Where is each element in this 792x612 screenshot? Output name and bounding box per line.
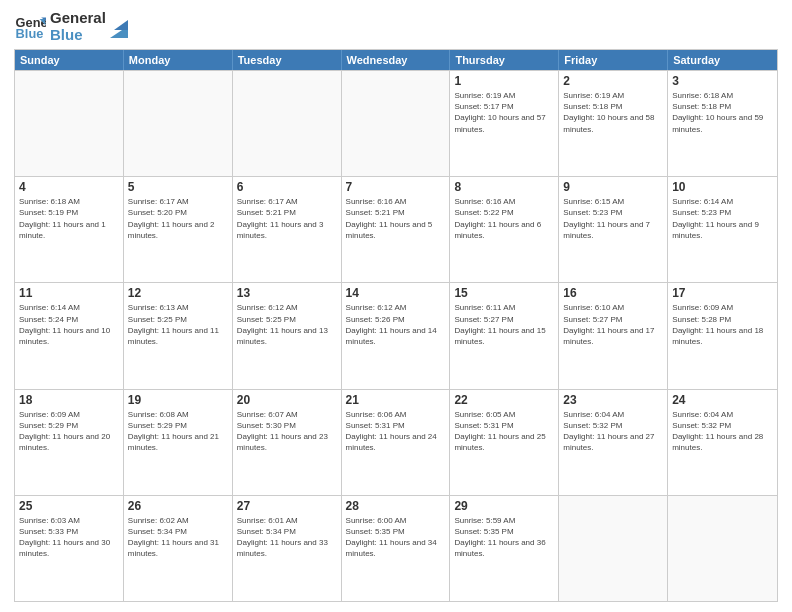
day-number: 13 bbox=[237, 286, 337, 300]
week-row-1: 1Sunrise: 6:19 AMSunset: 5:17 PMDaylight… bbox=[15, 70, 777, 176]
week-row-5: 25Sunrise: 6:03 AMSunset: 5:33 PMDayligh… bbox=[15, 495, 777, 601]
day-info: Sunrise: 6:16 AMSunset: 5:21 PMDaylight:… bbox=[346, 196, 446, 241]
svg-marker-5 bbox=[114, 20, 128, 30]
calendar-cell-w3-d5: 15Sunrise: 6:11 AMSunset: 5:27 PMDayligh… bbox=[450, 283, 559, 388]
day-info: Sunrise: 6:19 AMSunset: 5:18 PMDaylight:… bbox=[563, 90, 663, 135]
day-info: Sunrise: 6:06 AMSunset: 5:31 PMDaylight:… bbox=[346, 409, 446, 454]
calendar-cell-w1-d1 bbox=[15, 71, 124, 176]
day-info: Sunrise: 6:16 AMSunset: 5:22 PMDaylight:… bbox=[454, 196, 554, 241]
day-info: Sunrise: 6:04 AMSunset: 5:32 PMDaylight:… bbox=[672, 409, 773, 454]
day-info: Sunrise: 6:09 AMSunset: 5:28 PMDaylight:… bbox=[672, 302, 773, 347]
day-number: 7 bbox=[346, 180, 446, 194]
calendar-cell-w1-d7: 3Sunrise: 6:18 AMSunset: 5:18 PMDaylight… bbox=[668, 71, 777, 176]
header-thursday: Thursday bbox=[450, 50, 559, 70]
calendar-cell-w1-d2 bbox=[124, 71, 233, 176]
day-info: Sunrise: 6:09 AMSunset: 5:29 PMDaylight:… bbox=[19, 409, 119, 454]
day-number: 11 bbox=[19, 286, 119, 300]
calendar-cell-w4-d6: 23Sunrise: 6:04 AMSunset: 5:32 PMDayligh… bbox=[559, 390, 668, 495]
day-info: Sunrise: 6:02 AMSunset: 5:34 PMDaylight:… bbox=[128, 515, 228, 560]
day-info: Sunrise: 6:07 AMSunset: 5:30 PMDaylight:… bbox=[237, 409, 337, 454]
calendar-cell-w4-d4: 21Sunrise: 6:06 AMSunset: 5:31 PMDayligh… bbox=[342, 390, 451, 495]
calendar-cell-w4-d1: 18Sunrise: 6:09 AMSunset: 5:29 PMDayligh… bbox=[15, 390, 124, 495]
calendar-cell-w1-d5: 1Sunrise: 6:19 AMSunset: 5:17 PMDaylight… bbox=[450, 71, 559, 176]
calendar-cell-w3-d4: 14Sunrise: 6:12 AMSunset: 5:26 PMDayligh… bbox=[342, 283, 451, 388]
calendar-header: Sunday Monday Tuesday Wednesday Thursday… bbox=[15, 50, 777, 70]
day-number: 1 bbox=[454, 74, 554, 88]
calendar-cell-w2-d1: 4Sunrise: 6:18 AMSunset: 5:19 PMDaylight… bbox=[15, 177, 124, 282]
day-info: Sunrise: 6:15 AMSunset: 5:23 PMDaylight:… bbox=[563, 196, 663, 241]
day-number: 19 bbox=[128, 393, 228, 407]
logo-triangle-icon bbox=[110, 16, 128, 38]
day-number: 22 bbox=[454, 393, 554, 407]
calendar-cell-w2-d6: 9Sunrise: 6:15 AMSunset: 5:23 PMDaylight… bbox=[559, 177, 668, 282]
calendar-cell-w2-d7: 10Sunrise: 6:14 AMSunset: 5:23 PMDayligh… bbox=[668, 177, 777, 282]
day-number: 25 bbox=[19, 499, 119, 513]
calendar-cell-w5-d6 bbox=[559, 496, 668, 601]
calendar-cell-w5-d5: 29Sunrise: 5:59 AMSunset: 5:35 PMDayligh… bbox=[450, 496, 559, 601]
calendar-cell-w5-d3: 27Sunrise: 6:01 AMSunset: 5:34 PMDayligh… bbox=[233, 496, 342, 601]
day-info: Sunrise: 6:03 AMSunset: 5:33 PMDaylight:… bbox=[19, 515, 119, 560]
calendar-cell-w4-d5: 22Sunrise: 6:05 AMSunset: 5:31 PMDayligh… bbox=[450, 390, 559, 495]
calendar-cell-w3-d1: 11Sunrise: 6:14 AMSunset: 5:24 PMDayligh… bbox=[15, 283, 124, 388]
day-info: Sunrise: 6:17 AMSunset: 5:21 PMDaylight:… bbox=[237, 196, 337, 241]
day-info: Sunrise: 6:13 AMSunset: 5:25 PMDaylight:… bbox=[128, 302, 228, 347]
day-info: Sunrise: 6:10 AMSunset: 5:27 PMDaylight:… bbox=[563, 302, 663, 347]
calendar-cell-w3-d6: 16Sunrise: 6:10 AMSunset: 5:27 PMDayligh… bbox=[559, 283, 668, 388]
calendar-body: 1Sunrise: 6:19 AMSunset: 5:17 PMDaylight… bbox=[15, 70, 777, 601]
calendar-cell-w3-d2: 12Sunrise: 6:13 AMSunset: 5:25 PMDayligh… bbox=[124, 283, 233, 388]
day-number: 14 bbox=[346, 286, 446, 300]
day-number: 28 bbox=[346, 499, 446, 513]
calendar-cell-w2-d4: 7Sunrise: 6:16 AMSunset: 5:21 PMDaylight… bbox=[342, 177, 451, 282]
calendar-cell-w2-d3: 6Sunrise: 6:17 AMSunset: 5:21 PMDaylight… bbox=[233, 177, 342, 282]
logo-blue: Blue bbox=[50, 27, 106, 44]
logo-general: General bbox=[50, 10, 106, 27]
calendar-cell-w4-d2: 19Sunrise: 6:08 AMSunset: 5:29 PMDayligh… bbox=[124, 390, 233, 495]
svg-text:Blue: Blue bbox=[16, 26, 44, 41]
calendar-cell-w5-d2: 26Sunrise: 6:02 AMSunset: 5:34 PMDayligh… bbox=[124, 496, 233, 601]
day-info: Sunrise: 6:01 AMSunset: 5:34 PMDaylight:… bbox=[237, 515, 337, 560]
logo-icon: General Blue bbox=[14, 11, 46, 43]
day-number: 10 bbox=[672, 180, 773, 194]
day-number: 2 bbox=[563, 74, 663, 88]
week-row-4: 18Sunrise: 6:09 AMSunset: 5:29 PMDayligh… bbox=[15, 389, 777, 495]
day-number: 24 bbox=[672, 393, 773, 407]
calendar-cell-w3-d7: 17Sunrise: 6:09 AMSunset: 5:28 PMDayligh… bbox=[668, 283, 777, 388]
header-tuesday: Tuesday bbox=[233, 50, 342, 70]
header: General Blue General Blue bbox=[14, 10, 778, 43]
week-row-3: 11Sunrise: 6:14 AMSunset: 5:24 PMDayligh… bbox=[15, 282, 777, 388]
day-number: 18 bbox=[19, 393, 119, 407]
calendar-cell-w4-d3: 20Sunrise: 6:07 AMSunset: 5:30 PMDayligh… bbox=[233, 390, 342, 495]
calendar-cell-w1-d4 bbox=[342, 71, 451, 176]
calendar-cell-w2-d2: 5Sunrise: 6:17 AMSunset: 5:20 PMDaylight… bbox=[124, 177, 233, 282]
calendar-cell-w1-d3 bbox=[233, 71, 342, 176]
day-info: Sunrise: 6:11 AMSunset: 5:27 PMDaylight:… bbox=[454, 302, 554, 347]
week-row-2: 4Sunrise: 6:18 AMSunset: 5:19 PMDaylight… bbox=[15, 176, 777, 282]
calendar-cell-w5-d7 bbox=[668, 496, 777, 601]
header-friday: Friday bbox=[559, 50, 668, 70]
day-number: 26 bbox=[128, 499, 228, 513]
day-info: Sunrise: 6:12 AMSunset: 5:26 PMDaylight:… bbox=[346, 302, 446, 347]
calendar-cell-w5-d4: 28Sunrise: 6:00 AMSunset: 5:35 PMDayligh… bbox=[342, 496, 451, 601]
day-info: Sunrise: 6:00 AMSunset: 5:35 PMDaylight:… bbox=[346, 515, 446, 560]
day-number: 17 bbox=[672, 286, 773, 300]
day-info: Sunrise: 6:05 AMSunset: 5:31 PMDaylight:… bbox=[454, 409, 554, 454]
calendar-cell-w1-d6: 2Sunrise: 6:19 AMSunset: 5:18 PMDaylight… bbox=[559, 71, 668, 176]
day-number: 3 bbox=[672, 74, 773, 88]
header-sunday: Sunday bbox=[15, 50, 124, 70]
page: General Blue General Blue Sunday Monday bbox=[0, 0, 792, 612]
day-number: 23 bbox=[563, 393, 663, 407]
day-number: 29 bbox=[454, 499, 554, 513]
day-number: 5 bbox=[128, 180, 228, 194]
calendar-cell-w4-d7: 24Sunrise: 6:04 AMSunset: 5:32 PMDayligh… bbox=[668, 390, 777, 495]
day-info: Sunrise: 6:08 AMSunset: 5:29 PMDaylight:… bbox=[128, 409, 228, 454]
calendar: Sunday Monday Tuesday Wednesday Thursday… bbox=[14, 49, 778, 602]
header-monday: Monday bbox=[124, 50, 233, 70]
day-number: 21 bbox=[346, 393, 446, 407]
calendar-cell-w2-d5: 8Sunrise: 6:16 AMSunset: 5:22 PMDaylight… bbox=[450, 177, 559, 282]
day-number: 15 bbox=[454, 286, 554, 300]
day-info: Sunrise: 6:12 AMSunset: 5:25 PMDaylight:… bbox=[237, 302, 337, 347]
day-info: Sunrise: 6:04 AMSunset: 5:32 PMDaylight:… bbox=[563, 409, 663, 454]
day-number: 27 bbox=[237, 499, 337, 513]
day-info: Sunrise: 5:59 AMSunset: 5:35 PMDaylight:… bbox=[454, 515, 554, 560]
day-number: 4 bbox=[19, 180, 119, 194]
